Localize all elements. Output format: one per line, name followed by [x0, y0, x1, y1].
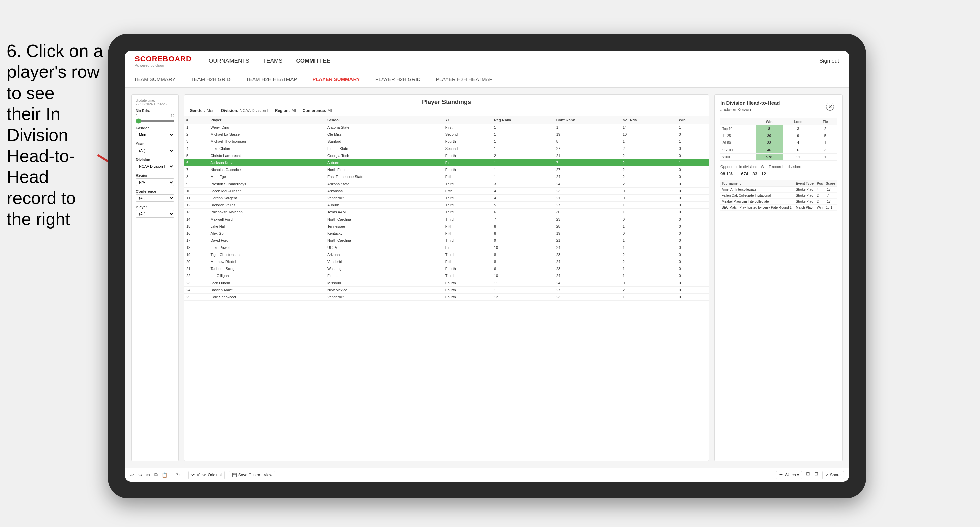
tab-team-summary[interactable]: TEAM SUMMARY — [131, 75, 178, 84]
table-row[interactable]: 19 Tiger Christensen Arizona Third 8 23 … — [185, 251, 709, 258]
table-row[interactable]: 13 Phichaksn Maichon Texas A&M Third 6 3… — [185, 209, 709, 216]
watch-button[interactable]: 👁 Watch ▾ — [776, 471, 802, 479]
cell-school: New Mexico — [325, 287, 443, 294]
cell-no-rds: 1 — [621, 209, 677, 216]
tab-team-h2h-heatmap[interactable]: TEAM H2H HEATMAP — [243, 75, 300, 84]
cell-win: 1 — [677, 138, 709, 145]
t-type: Stroke Play — [795, 187, 816, 193]
cell-reg-rank: 5 — [492, 202, 554, 209]
table-row[interactable]: 21 Taehoon Song Washington Fourth 6 23 1… — [185, 265, 709, 272]
save-custom-view-button[interactable]: 💾 Save Custom View — [229, 471, 275, 479]
cell-yr: Fourth — [443, 265, 492, 272]
table-row[interactable]: 17 David Ford North Carolina Third 9 21 … — [185, 237, 709, 244]
region-select[interactable]: N/A — [136, 178, 174, 186]
table-row[interactable]: 23 Jack Lundin Missouri Fourth 11 24 0 0 — [185, 279, 709, 287]
cell-num: 8 — [185, 173, 208, 181]
cell-num: 16 — [185, 230, 208, 237]
gender-select[interactable]: Men — [136, 131, 174, 138]
table-row[interactable]: 18 Luke Powell UCLA First 10 24 1 0 — [185, 244, 709, 251]
table-row[interactable]: 24 Bastien Amat New Mexico Fourth 1 27 2… — [185, 287, 709, 294]
cell-player: Luke Powell — [208, 244, 325, 251]
table-row[interactable]: 16 Alex Goff Kentucky Fifth 8 19 0 0 — [185, 230, 709, 237]
slider-container: 6 12 — [136, 114, 174, 122]
redo-button[interactable]: ↪ — [138, 473, 142, 478]
cell-yr: First — [443, 124, 492, 131]
tournament-row: Amer Ari Intercollegiate Stroke Play 4 -… — [720, 187, 837, 193]
view-original-button[interactable]: 👁 View: Original — [188, 471, 225, 479]
grid-button[interactable]: ⊟ — [814, 471, 818, 479]
paste-button[interactable]: 📋 — [162, 473, 167, 478]
cell-win: 0 — [677, 181, 709, 187]
table-row[interactable]: 25 Cole Sherwood Vanderbilt Fourth 12 23… — [185, 294, 709, 301]
division-select[interactable]: NCAA Division I — [136, 163, 174, 170]
layout-button[interactable]: ⊞ — [806, 471, 810, 479]
table-row[interactable]: 15 Jake Hall Tennessee Fifth 8 28 1 0 — [185, 223, 709, 230]
cell-reg-rank: 4 — [492, 195, 554, 202]
sign-out-button[interactable]: Sign out — [819, 58, 839, 64]
main-content: Update time: 27/03/2024 16:56:26 No Rds.… — [125, 87, 849, 468]
table-row[interactable]: 5 Christo Lamprecht Georgia Tech Fourth … — [185, 152, 709, 159]
table-row[interactable]: 10 Jacob Mou-Olesen Arkansas Fifth 4 23 … — [185, 187, 709, 195]
cell-conf-rank: 28 — [554, 223, 621, 230]
h2h-range: 11-25 — [720, 132, 756, 140]
cell-player: Wenyi Ding — [208, 124, 325, 131]
table-row[interactable]: 22 Ian Gilligan Florida Third 10 24 1 0 — [185, 272, 709, 279]
cell-player: David Ford — [208, 237, 325, 244]
cell-reg-rank: 1 — [492, 131, 554, 138]
cell-yr: Third — [443, 272, 492, 279]
t-score: -7 — [824, 193, 837, 199]
cell-num: 20 — [185, 258, 208, 265]
cell-reg-rank: 8 — [492, 223, 554, 230]
cell-num: 15 — [185, 223, 208, 230]
table-row[interactable]: 4 Luke Claton Florida State Second 1 27 … — [185, 145, 709, 152]
table-row[interactable]: 2 Michael La Sasse Ole Miss Second 1 19 … — [185, 131, 709, 138]
h2h-wl-value: 98.1% 674 - 33 - 12 — [720, 171, 837, 176]
table-row[interactable]: 8 Mats Ege East Tennessee State Fifth 1 … — [185, 173, 709, 181]
tab-player-h2h-grid[interactable]: PLAYER H2H GRID — [373, 75, 423, 84]
cell-conf-rank: 24 — [554, 258, 621, 265]
nav-committee[interactable]: COMMITTEE — [296, 56, 330, 66]
cell-player: Alex Goff — [208, 230, 325, 237]
top-nav: SCOREBOARD Powered by clippi TOURNAMENTS… — [125, 51, 849, 71]
cell-conf-rank: 21 — [554, 152, 621, 159]
cell-reg-rank: 10 — [492, 272, 554, 279]
table-row[interactable]: 20 Matthew Riedel Vanderbilt Fifth 8 24 … — [185, 258, 709, 265]
h2h-range: >100 — [720, 154, 756, 160]
table-row[interactable]: 6 Jackson Koivun Auburn First 1 7 2 1 — [185, 159, 709, 166]
table-row[interactable]: 7 Nicholas Gabrelcik North Florida Fourt… — [185, 166, 709, 173]
h2h-loss: 9 — [783, 132, 814, 140]
cell-no-rds: 0 — [621, 187, 677, 195]
tab-player-summary[interactable]: PLAYER SUMMARY — [310, 75, 363, 84]
table-row[interactable]: 12 Brendan Valles Auburn Third 5 27 1 0 — [185, 202, 709, 209]
share-button[interactable]: ↗ Share — [822, 471, 844, 479]
cut-button[interactable]: ✂ — [146, 473, 150, 478]
cell-win: 0 — [677, 272, 709, 279]
cell-no-rds: 0 — [621, 195, 677, 202]
h2h-close-button[interactable]: ✕ — [826, 103, 834, 111]
table-row[interactable]: 3 Michael Thorbjornsen Stanford Fourth 1… — [185, 138, 709, 145]
cell-no-rds: 1 — [621, 244, 677, 251]
cell-yr: Fourth — [443, 152, 492, 159]
refresh-button[interactable]: ↻ — [176, 473, 180, 478]
cell-yr: Third — [443, 202, 492, 209]
nav-teams[interactable]: TEAMS — [263, 56, 283, 66]
h2h-table: Win Loss Tie Top 10 8 3 2 11-25 20 9 5 2… — [720, 118, 837, 160]
cell-player: Matthew Riedel — [208, 258, 325, 265]
tab-team-h2h-grid[interactable]: TEAM H2H GRID — [188, 75, 233, 84]
table-row[interactable]: 11 Gordon Sargent Vanderbilt Third 4 21 … — [185, 195, 709, 202]
undo-button[interactable]: ↩ — [130, 473, 134, 478]
table-row[interactable]: 9 Preston Summerhays Arizona State Third… — [185, 181, 709, 187]
table-row[interactable]: 1 Wenyi Ding Arizona State First 1 1 14 … — [185, 124, 709, 131]
nav-tournaments[interactable]: TOURNAMENTS — [205, 56, 250, 66]
player-select[interactable]: (All) — [136, 210, 174, 217]
conference-select[interactable]: (All) — [136, 194, 174, 202]
table-row[interactable]: 14 Maxwell Ford North Carolina Third 7 2… — [185, 216, 709, 223]
col-school: School — [325, 116, 443, 124]
copy-button[interactable]: ⧉ — [154, 472, 158, 478]
cell-school: Missouri — [325, 279, 443, 287]
tab-player-h2h-heatmap[interactable]: PLAYER H2H HEATMAP — [433, 75, 495, 84]
year-select[interactable]: (All) — [136, 147, 174, 154]
sub-nav: TEAM SUMMARY TEAM H2H GRID TEAM H2H HEAT… — [125, 71, 849, 87]
no-rds-slider[interactable] — [136, 120, 174, 122]
cell-num: 21 — [185, 265, 208, 272]
